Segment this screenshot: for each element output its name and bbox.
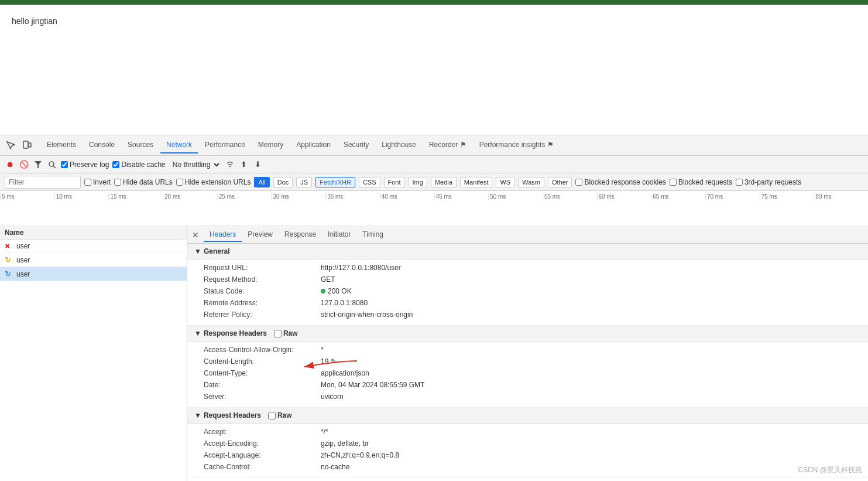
tab-lighthouse[interactable]: Lighthouse [376, 137, 422, 153]
request-headers-body: Accept: */* Accept-Encoding: gzip, defla… [187, 424, 868, 478]
hide-data-urls-label[interactable]: Hide data URLs [114, 178, 173, 186]
upload-icon[interactable]: ⬆ [239, 159, 249, 170]
response-headers-arrow: ▼ [194, 329, 201, 337]
detail-tab-preview[interactable]: Preview [242, 228, 279, 242]
tab-application[interactable]: Application [290, 137, 337, 153]
request-headers-title: Request Headers [204, 411, 261, 419]
throttle-select[interactable]: No throttling [169, 160, 221, 169]
disable-cache-checkbox[interactable] [112, 161, 119, 168]
general-section-body: Request URL: http://127.0.0.1:8080/user … [187, 260, 868, 326]
timeline-label-2: 10 ms [54, 193, 109, 200]
hide-data-urls-checkbox[interactable] [114, 179, 121, 186]
request-url-value: http://127.0.0.1:8080/user [321, 264, 401, 272]
preserve-log-checkbox[interactable] [61, 161, 68, 168]
filter-tag-js[interactable]: JS [296, 177, 312, 187]
general-arrow: ▼ [194, 247, 201, 255]
filter-input[interactable] [5, 176, 81, 189]
filter-tag-manifest[interactable]: Manifest [460, 177, 493, 187]
page-text: hello jingtian [12, 16, 57, 26]
request-raw-text: Raw [277, 411, 292, 419]
svg-point-3 [49, 162, 54, 166]
general-section-header[interactable]: ▼ General [187, 244, 868, 260]
filter-tag-wasm[interactable]: Wasm [518, 177, 544, 187]
tab-console[interactable]: Console [83, 137, 121, 153]
detail-tab-timing[interactable]: Timing [356, 228, 389, 242]
third-party-text: 3rd-party requests [745, 178, 801, 186]
accept-row: Accept: */* [204, 426, 861, 438]
content-length-row: Content-Length: 19 ✎ [204, 356, 861, 367]
content-length-key: Content-Length: [204, 357, 321, 366]
tab-elements[interactable]: Elements [41, 137, 82, 153]
request-headers-section-header[interactable]: ▼ Request Headers Raw [187, 408, 868, 424]
request-item-1[interactable]: ↻ user [0, 253, 187, 267]
hide-extension-urls-label[interactable]: Hide extension URLs [176, 178, 251, 186]
filter-tag-all[interactable]: All [254, 177, 269, 187]
timeline-label-4: 20 ms [163, 193, 217, 200]
filter-tag-other[interactable]: Other [548, 177, 572, 187]
filter-tag-font[interactable]: Font [384, 177, 405, 187]
wifi-icon[interactable] [225, 159, 235, 170]
detail-close-button[interactable]: ✕ [192, 230, 199, 240]
tab-performance-insights[interactable]: Performance insights ⚑ [474, 137, 560, 153]
request-item-2[interactable]: ↻ user [0, 267, 187, 281]
blocked-cookies-text: Blocked response cookies [584, 178, 665, 186]
detail-tab-response[interactable]: Response [279, 228, 322, 242]
raw-checkbox-label[interactable]: Raw [274, 329, 298, 337]
filter-tag-ws[interactable]: WS [496, 177, 514, 187]
raw-checkbox[interactable] [274, 330, 282, 337]
filter-tag-fetchxhr[interactable]: Fetch/XHR [315, 177, 355, 187]
blocked-cookies-checkbox[interactable] [575, 179, 582, 186]
tab-sources[interactable]: Sources [122, 137, 159, 153]
request-name-0: user [16, 242, 30, 250]
detail-tab-initiator[interactable]: Initiator [322, 228, 356, 242]
tab-network[interactable]: Network [160, 137, 198, 153]
blocked-cookies-label[interactable]: Blocked response cookies [575, 178, 665, 186]
third-party-label[interactable]: 3rd-party requests [736, 178, 801, 186]
device-icon[interactable] [21, 139, 33, 151]
timeline-label-11: 55 ms [543, 193, 597, 200]
timeline-bar: 5 ms 10 ms 15 ms 20 ms 25 ms 30 ms 35 ms… [0, 191, 868, 226]
tab-performance[interactable]: Performance [199, 137, 251, 153]
server-value: uvicorn [321, 393, 344, 401]
blocked-requests-text: Blocked requests [678, 178, 732, 186]
request-item-0[interactable]: ✖ user [0, 240, 187, 253]
filter-tag-css[interactable]: CSS [359, 177, 380, 187]
filter-tag-doc[interactable]: Doc [273, 177, 293, 187]
invert-checkbox[interactable] [84, 179, 91, 186]
disable-cache-label[interactable]: Disable cache [112, 161, 165, 169]
timeline-label-3: 15 ms [108, 193, 163, 200]
filter-tag-media[interactable]: Media [431, 177, 457, 187]
cache-control-key: Cache-Control: [204, 463, 321, 471]
inspect-icon[interactable] [5, 139, 16, 151]
search-icon[interactable] [47, 159, 57, 170]
tab-memory[interactable]: Memory [252, 137, 289, 153]
accept-value: */* [321, 428, 328, 436]
hide-extension-urls-checkbox[interactable] [176, 179, 183, 186]
clear-button[interactable]: 🚫 [19, 159, 29, 170]
detail-panel: ✕ Headers Preview Response Initiator Tim… [187, 226, 868, 481]
download-icon[interactable]: ⬇ [253, 159, 263, 170]
request-raw-checkbox-label[interactable]: Raw [268, 411, 292, 419]
timeline-label-13: 65 ms [651, 193, 705, 200]
filter-tag-img[interactable]: Img [409, 177, 427, 187]
timeline-label-9: 45 ms [434, 193, 489, 200]
tab-recorder[interactable]: Recorder ⚑ [423, 137, 472, 153]
response-headers-section-header[interactable]: ▼ Response Headers Raw [187, 326, 868, 342]
request-raw-checkbox[interactable] [268, 412, 276, 419]
remote-address-value: 127.0.0.1:8080 [321, 299, 368, 307]
devtools-tabs-bar: Elements Console Sources Network Perform… [0, 135, 868, 156]
detail-tab-headers[interactable]: Headers [204, 228, 242, 242]
invert-label[interactable]: Invert [84, 178, 111, 186]
tab-security[interactable]: Security [338, 137, 375, 153]
cache-control-value: no-cache [321, 463, 349, 471]
request-url-row: Request URL: http://127.0.0.1:8080/user [204, 262, 861, 274]
record-button[interactable]: ⏺ [5, 159, 15, 170]
third-party-checkbox[interactable] [736, 179, 743, 186]
request-headers-arrow: ▼ [194, 411, 201, 419]
preserve-log-label[interactable]: Preserve log [61, 161, 109, 169]
access-control-row: Access-Control-Allow-Origin: * [204, 344, 861, 356]
filter-icon[interactable] [33, 159, 43, 170]
blocked-requests-checkbox[interactable] [670, 179, 677, 186]
blocked-requests-label[interactable]: Blocked requests [670, 178, 732, 186]
devtools-icon-group [5, 139, 33, 151]
